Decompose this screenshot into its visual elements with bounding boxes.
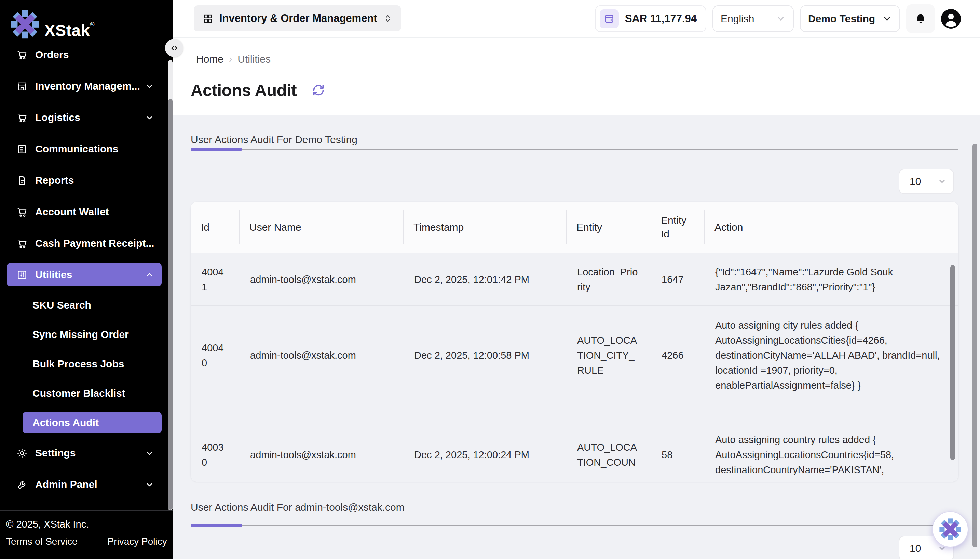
chevron-down-icon xyxy=(145,480,154,489)
page-size-value: 10 xyxy=(910,175,921,187)
column-header-user-name: User Name xyxy=(239,202,403,253)
copyright-text: © 2025, XStak Inc. xyxy=(6,519,173,530)
document-icon xyxy=(17,175,28,186)
chevron-down-icon xyxy=(882,14,892,23)
sidebar-item-cash-payment-receipt[interactable]: Cash Payment Receipt... xyxy=(7,232,162,255)
sidebar-item-sku-search[interactable]: SKU Search xyxy=(23,294,162,316)
page-size-select-top[interactable]: 10 xyxy=(899,169,954,194)
profile-avatar[interactable] xyxy=(941,9,961,29)
tab-user-audit[interactable]: User Actions Audit For admin-tools@xstak… xyxy=(191,501,405,513)
app-root: XStak® Orders Inventory Managem... Logis… xyxy=(0,0,980,559)
storefront-icon xyxy=(17,81,28,92)
breadcrumb-current: Utilities xyxy=(238,53,271,65)
sidebar-item-orders[interactable]: Orders xyxy=(7,51,162,66)
wrench-icon xyxy=(17,479,28,490)
sidebar-item-actions-audit[interactable]: Actions Audit xyxy=(23,412,162,433)
workspace-switcher[interactable]: Inventory & Order Management xyxy=(194,5,401,31)
cell-entity-id: 4266 xyxy=(651,306,704,405)
sidebar-item-label: Utilities xyxy=(35,269,72,281)
sidebar-item-label: Orders xyxy=(35,51,69,61)
audit-table-card: Id User Name Timestamp Entity Entity Id … xyxy=(191,202,959,482)
tenant-value: Demo Testing xyxy=(808,13,875,25)
active-tab-indicator xyxy=(191,148,242,150)
refresh-icon xyxy=(311,83,326,98)
sidebar-item-label: Settings xyxy=(35,447,76,459)
page-scrollbar-thumb[interactable] xyxy=(972,144,977,547)
brand-name: XStak® xyxy=(45,10,95,45)
tenant-select[interactable]: Demo Testing xyxy=(800,5,900,32)
column-header-entity-id: Entity Id xyxy=(651,202,704,253)
page-title: Actions Audit xyxy=(191,81,297,100)
chevron-down-icon xyxy=(145,82,154,91)
privacy-policy-link[interactable]: Privacy Policy xyxy=(107,536,167,547)
table-row: 40041 admin-tools@xstak.com Dec 2, 2025,… xyxy=(191,253,959,306)
brand-logo-icon xyxy=(939,518,962,541)
breadcrumb-separator: › xyxy=(229,54,232,64)
cart-icon xyxy=(17,207,28,218)
column-header-entity: Entity xyxy=(566,202,651,253)
sidebar-subitem-label: SKU Search xyxy=(33,299,91,311)
audit-table: Id User Name Timestamp Entity Entity Id … xyxy=(191,202,959,482)
refresh-button[interactable] xyxy=(311,83,326,98)
wallet-balance: SAR 11,177.94 xyxy=(625,13,697,25)
sidebar-item-communications[interactable]: Communications xyxy=(7,137,162,160)
wallet-balance-button[interactable]: SAR 11,177.94 xyxy=(595,5,706,32)
cell-timestamp: Dec 2, 2025, 12:00:24 PM xyxy=(403,405,566,482)
sidebar-item-sync-missing-order[interactable]: Sync Missing Order xyxy=(23,324,162,345)
server-icon xyxy=(17,144,28,155)
cell-id: 40040 xyxy=(191,306,239,405)
notifications-button[interactable] xyxy=(906,5,935,33)
bell-icon xyxy=(914,13,927,25)
sidebar-scrollbar-thumb[interactable] xyxy=(168,99,173,510)
sidebar-item-customer-blacklist[interactable]: Customer Blacklist xyxy=(23,383,162,404)
breadcrumb-home[interactable]: Home xyxy=(196,53,223,65)
sidebar-subitem-label: Bulk Process Jobs xyxy=(33,358,124,370)
sidebar-item-inventory-management[interactable]: Inventory Managem... xyxy=(7,74,162,98)
table-row: 40040 admin-tools@xstak.com Dec 2, 2025,… xyxy=(191,306,959,405)
cart-icon xyxy=(17,51,28,61)
chevron-down-icon xyxy=(776,14,785,23)
sidebar-nav: Orders Inventory Managem... Logistics Co… xyxy=(7,51,162,509)
cell-user-name: admin-tools@xstak.com xyxy=(239,405,403,482)
chevron-down-icon xyxy=(145,449,154,458)
sidebar-item-label: Logistics xyxy=(35,112,80,123)
sidebar-item-utilities[interactable]: Utilities xyxy=(7,263,162,286)
sidebar-item-label: Inventory Managem... xyxy=(35,80,140,92)
sliders-icon xyxy=(17,269,28,281)
sidebar-item-logistics[interactable]: Logistics xyxy=(7,106,162,129)
terms-of-service-link[interactable]: Terms of Service xyxy=(6,536,78,547)
sidebar-item-bulk-process-jobs[interactable]: Bulk Process Jobs xyxy=(23,353,162,374)
sidebar-item-label: Cash Payment Receipt... xyxy=(35,238,154,249)
cart-icon xyxy=(17,238,28,249)
grid-icon xyxy=(203,13,213,24)
sidebar-collapse-button[interactable] xyxy=(165,39,183,57)
cell-entity: AUTO_LOCATION_COUN xyxy=(566,405,651,482)
sidebar-item-label: Account Wallet xyxy=(35,206,109,218)
sidebar-item-reports[interactable]: Reports xyxy=(7,169,162,192)
tab-tenant-audit[interactable]: User Actions Audit For Demo Testing xyxy=(191,134,357,146)
cell-user-name: admin-tools@xstak.com xyxy=(239,253,403,306)
table-header: Id User Name Timestamp Entity Entity Id … xyxy=(191,202,959,253)
chevron-down-icon xyxy=(145,113,154,122)
sidebar-item-admin-panel[interactable]: Admin Panel xyxy=(7,473,162,496)
brand-logo[interactable]: XStak® xyxy=(10,10,95,45)
chevron-down-icon xyxy=(938,177,947,186)
sidebar-item-account-wallet[interactable]: Account Wallet xyxy=(7,200,162,223)
language-select[interactable]: English xyxy=(712,5,794,32)
chevron-up-icon xyxy=(145,270,154,280)
tab-underline xyxy=(191,148,959,150)
cell-entity: Location_Priority xyxy=(566,253,651,306)
language-value: English xyxy=(721,13,754,25)
cell-timestamp: Dec 2, 2025, 12:01:42 PM xyxy=(403,253,566,306)
cell-entity-id: 58 xyxy=(651,405,704,482)
table-scrollbar-thumb[interactable] xyxy=(950,265,955,460)
sidebar-item-label: Communications xyxy=(35,143,118,155)
sidebar-item-label: Reports xyxy=(35,175,74,186)
floating-brand-widget[interactable] xyxy=(932,511,968,547)
cell-entity: AUTO_LOCATION_CITY_RULE xyxy=(566,306,651,405)
registered-mark: ® xyxy=(90,21,95,28)
column-header-action: Action xyxy=(704,202,959,253)
gear-icon xyxy=(17,448,28,459)
sidebar-item-settings[interactable]: Settings xyxy=(7,442,162,465)
tab-underline xyxy=(191,524,959,527)
